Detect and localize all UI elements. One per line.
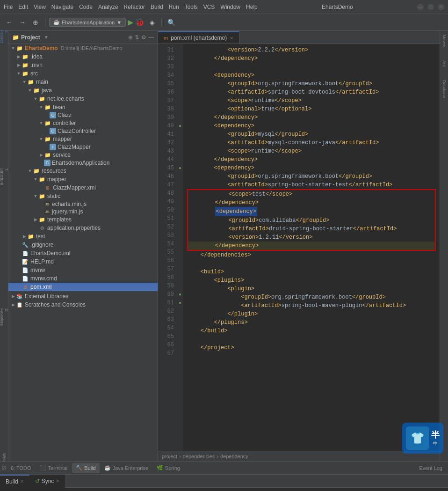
event-log-tab[interactable]: Event Log [415, 463, 446, 473]
tree-src[interactable]: ▼ 📁 src [8, 69, 158, 78]
editor-tab-pom[interactable]: m pom.xml (ehartsdemo) ✕ [158, 31, 239, 44]
build-panel-label: Build [6, 478, 18, 485]
tree-mvnw[interactable]: 📄 mvnw [8, 266, 158, 274]
panel-dropdown-icon[interactable]: ▼ [44, 35, 49, 40]
maven-panel-icon[interactable]: Maven [441, 33, 448, 49]
tree-echarts-js[interactable]: JS echarts.min.js [8, 200, 158, 208]
close-button[interactable]: ✕ [438, 4, 444, 10]
tree-mvn[interactable]: ▶ 📁 .mvn [8, 61, 158, 69]
forward-button[interactable]: → [17, 17, 28, 28]
tree-java[interactable]: ▼ 📁 java [8, 86, 158, 95]
run-config-selector[interactable]: ☕ EhartsdemoApplication ▼ [49, 18, 126, 27]
tree-clazz-mapper[interactable]: I ClazzMapper [8, 143, 158, 151]
spring-tab[interactable]: 🌿 Spring [153, 463, 184, 473]
menu-code[interactable]: Code [79, 4, 93, 10]
todo-tab[interactable]: 6: TODO [7, 463, 35, 473]
menu-analyze[interactable]: Analyze [98, 4, 118, 10]
run-button[interactable]: ▶ [128, 18, 133, 27]
build-tab-close[interactable]: ✕ [20, 479, 24, 484]
menu-vcs[interactable]: VCS [203, 4, 215, 10]
recent-files-button[interactable]: ⊕ [30, 17, 41, 28]
tree-resources[interactable]: ▼ 📁 resources [8, 167, 158, 175]
menu-help[interactable]: Help [246, 4, 258, 10]
menu-tools[interactable]: Tools [185, 4, 198, 10]
breadcrumb-project[interactable]: project [162, 454, 177, 459]
search-everywhere-button[interactable]: 🔍 [166, 17, 177, 28]
hide-icon[interactable]: — [148, 34, 154, 41]
build-panel-tab[interactable]: Build ✕ [0, 475, 29, 488]
menu-file[interactable]: File [4, 4, 13, 10]
build-tab-label: Build [84, 465, 95, 471]
menu-navigate[interactable]: Navigate [51, 4, 73, 10]
tree-clazz[interactable]: C Clazz [8, 111, 158, 119]
tree-root[interactable]: ▼ 📁 EhartsDemo D:\intelij IDEA\EhartsDem… [8, 44, 158, 52]
project-icon[interactable]: 1: Project [0, 33, 8, 40]
tree-service[interactable]: ▶ 📁 service [8, 151, 158, 159]
menu-build[interactable]: Build [151, 4, 163, 10]
locate-icon[interactable]: ⊕ [128, 34, 133, 41]
database-panel-icon[interactable]: Database [441, 78, 448, 100]
spring-tab-label: Spring [165, 465, 180, 471]
mvnw-label: mvnw [30, 267, 45, 273]
terminal-tab[interactable]: ⬛ Terminal [36, 463, 72, 473]
sync-tab-close[interactable]: ✕ [56, 478, 59, 484]
editor-area: m pom.xml (ehartsdemo) ✕ 3132333435 3637… [158, 31, 440, 461]
structure-icon[interactable]: 7: Structure [0, 173, 8, 181]
code-line-39: </dependency> [187, 113, 436, 122]
tree-help-md[interactable]: 📝 HELP.md [8, 257, 158, 266]
watermark-overlay: 👕 半 中 [402, 423, 443, 454]
tree-clazz-controller[interactable]: C ClazzController [8, 127, 158, 135]
minimize-button[interactable]: — [417, 4, 424, 10]
menu-window[interactable]: Window [220, 4, 240, 10]
tree-bean[interactable]: ▼ 📁 bean [8, 103, 158, 111]
tab-close-button[interactable]: ✕ [230, 36, 233, 41]
tree-mapper-res[interactable]: ▼ 📁 mapper [8, 175, 158, 183]
tree-clazz-mapper-xml[interactable]: 🗎 ClazzMapper.xml [8, 183, 158, 192]
ant-panel-icon[interactable]: Ant [441, 59, 448, 69]
tree-app-properties[interactable]: ⚙ application.properties [8, 224, 158, 232]
back-button[interactable]: ← [4, 17, 15, 28]
tree-mvnw-cmd[interactable]: 📄 mvnw.cmd [8, 274, 158, 283]
maximize-button[interactable]: □ [427, 4, 434, 10]
expand-icon[interactable]: ⇅ [135, 34, 139, 41]
tree-main[interactable]: ▼ 📁 main [8, 78, 158, 86]
right-panel-icons: Maven Ant Database [440, 31, 448, 461]
run-config-icon: ☕ [53, 19, 60, 25]
menu-bar[interactable]: File Edit View Navigate Code Analyze Ref… [4, 4, 258, 10]
menu-edit[interactable]: Edit [18, 4, 28, 10]
settings-icon[interactable]: ⚙ [141, 34, 146, 41]
web-icon[interactable]: Web [0, 454, 8, 461]
tree-scratches[interactable]: ▶ 📋 Scratches and Consoles [8, 300, 158, 309]
class-icon: C [50, 112, 56, 118]
breadcrumb-dependency[interactable]: dependency [220, 454, 248, 459]
code-editor[interactable]: <version>2.2.2</version> </dependency> <… [183, 44, 440, 451]
project-header-icons[interactable]: ⊕ ⇅ ⚙ — [128, 34, 154, 41]
tree-idea[interactable]: ▶ 📁 .idea [8, 52, 158, 61]
sync-tab[interactable]: ↺ Sync ✕ [29, 475, 65, 488]
test-arrow: ▶ [22, 234, 27, 239]
tree-mapper[interactable]: ▼ 📁 mapper [8, 135, 158, 143]
tree-gitignore[interactable]: 🔧 .gitignore [8, 241, 158, 249]
tree-iml[interactable]: 📄 EhartsDemo.iml [8, 249, 158, 257]
tree-pom-xml[interactable]: 🗎 pom.xml [8, 283, 158, 291]
menu-refactor[interactable]: Refactor [124, 4, 145, 10]
coverage-button[interactable]: ◈ [146, 17, 158, 28]
tree-app[interactable]: C EhartsdemoApplication [8, 159, 158, 167]
tree-controller[interactable]: ▼ 📁 controller [8, 119, 158, 127]
tree-templates[interactable]: ▶ 📁 templates [8, 215, 158, 224]
java-enterprise-tab[interactable]: ☕ Java Enterprise [101, 463, 152, 473]
tree-static[interactable]: ▼ 📁 static [8, 192, 158, 200]
tree-package[interactable]: ▼ 📁 net.lee.echarts [8, 95, 158, 103]
tree-test[interactable]: ▶ 📁 test [8, 232, 158, 241]
window-controls[interactable]: — □ ✕ [417, 4, 444, 10]
debug-button[interactable]: 🐞 [135, 18, 145, 27]
favorites-icon[interactable]: 2: Favorites [0, 313, 8, 321]
build-tab[interactable]: 🔨 Build [72, 463, 99, 473]
menu-view[interactable]: View [34, 4, 46, 10]
code-line-31: <version>2.2.2</version> [187, 46, 436, 54]
breadcrumb-dependencies[interactable]: dependencies [183, 454, 215, 459]
tree-jquery-js[interactable]: JS jquery.min.js [8, 208, 158, 215]
static-icon: 📁 [38, 192, 46, 200]
tree-ext-libraries[interactable]: ▶ 📚 External Libraries [8, 292, 158, 300]
menu-run[interactable]: Run [169, 4, 179, 10]
